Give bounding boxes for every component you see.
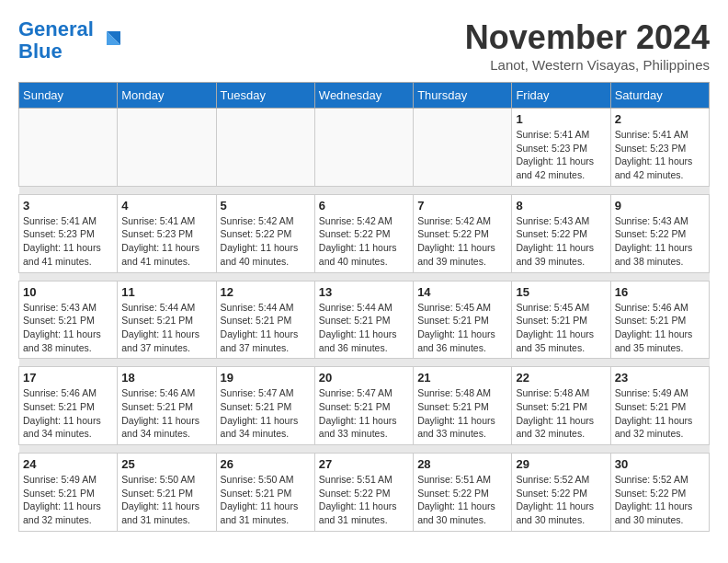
day-info: Sunrise: 5:46 AM Sunset: 5:21 PM Dayligh… (615, 301, 705, 355)
calendar-table: SundayMondayTuesdayWednesdayThursdayFrid… (18, 82, 710, 532)
day-info: Sunrise: 5:41 AM Sunset: 5:23 PM Dayligh… (516, 128, 606, 182)
logo: General Blue (18, 18, 125, 63)
calendar-cell: 23Sunrise: 5:49 AM Sunset: 5:21 PM Dayli… (610, 367, 709, 445)
day-info: Sunrise: 5:42 AM Sunset: 5:22 PM Dayligh… (319, 214, 409, 269)
calendar-cell: 14Sunrise: 5:45 AM Sunset: 5:21 PM Dayli… (414, 281, 512, 359)
calendar-cell: 30Sunrise: 5:52 AM Sunset: 5:22 PM Dayli… (610, 454, 709, 532)
logo-line1: General (18, 17, 94, 40)
calendar-cell (314, 109, 413, 187)
day-info: Sunrise: 5:45 AM Sunset: 5:21 PM Dayligh… (516, 301, 606, 355)
calendar-cell: 2Sunrise: 5:41 AM Sunset: 5:23 PM Daylig… (610, 109, 709, 187)
day-info: Sunrise: 5:52 AM Sunset: 5:22 PM Dayligh… (615, 473, 705, 527)
day-info: Sunrise: 5:46 AM Sunset: 5:21 PM Dayligh… (121, 386, 211, 441)
calendar-cell (118, 109, 216, 187)
row-spacer (19, 186, 710, 194)
day-info: Sunrise: 5:47 AM Sunset: 5:21 PM Dayligh… (221, 386, 311, 441)
calendar-body: 1Sunrise: 5:41 AM Sunset: 5:23 PM Daylig… (19, 109, 710, 532)
day-info: Sunrise: 5:49 AM Sunset: 5:21 PM Dayligh… (615, 386, 705, 441)
day-number: 20 (319, 371, 409, 385)
day-info: Sunrise: 5:41 AM Sunset: 5:23 PM Dayligh… (23, 214, 113, 269)
day-info: Sunrise: 5:47 AM Sunset: 5:21 PM Dayligh… (319, 386, 409, 441)
calendar-cell (414, 109, 512, 187)
calendar-week-row: 3Sunrise: 5:41 AM Sunset: 5:23 PM Daylig… (19, 194, 710, 272)
weekday-header-row: SundayMondayTuesdayWednesdayThursdayFrid… (19, 83, 710, 109)
weekday-header-cell: Thursday (414, 83, 512, 109)
weekday-header-cell: Sunday (19, 83, 118, 109)
weekday-header-cell: Friday (512, 83, 610, 109)
row-spacer (19, 272, 710, 281)
calendar-cell: 18Sunrise: 5:46 AM Sunset: 5:21 PM Dayli… (118, 367, 216, 445)
day-number: 2 (615, 112, 705, 126)
calendar-cell: 28Sunrise: 5:51 AM Sunset: 5:22 PM Dayli… (414, 454, 512, 532)
calendar-cell: 20Sunrise: 5:47 AM Sunset: 5:21 PM Dayli… (314, 367, 413, 445)
calendar-cell: 8Sunrise: 5:43 AM Sunset: 5:22 PM Daylig… (512, 194, 610, 272)
calendar-cell (216, 109, 314, 187)
weekday-header-cell: Wednesday (314, 83, 413, 109)
calendar-cell: 25Sunrise: 5:50 AM Sunset: 5:21 PM Dayli… (118, 454, 216, 532)
day-number: 10 (23, 285, 113, 299)
day-info: Sunrise: 5:43 AM Sunset: 5:21 PM Dayligh… (23, 301, 113, 355)
day-number: 6 (319, 199, 409, 213)
calendar-week-row: 1Sunrise: 5:41 AM Sunset: 5:23 PM Daylig… (19, 109, 710, 187)
calendar-cell: 7Sunrise: 5:42 AM Sunset: 5:22 PM Daylig… (414, 194, 512, 272)
title-area: November 2024 Lanot, Western Visayas, Ph… (465, 18, 710, 73)
calendar-cell: 22Sunrise: 5:48 AM Sunset: 5:21 PM Dayli… (512, 367, 610, 445)
day-info: Sunrise: 5:42 AM Sunset: 5:22 PM Dayligh… (417, 214, 507, 269)
calendar-cell: 12Sunrise: 5:44 AM Sunset: 5:21 PM Dayli… (216, 281, 314, 359)
day-number: 9 (615, 199, 705, 213)
logo-line2: Blue (18, 40, 63, 63)
weekday-header-cell: Monday (118, 83, 216, 109)
day-number: 27 (319, 457, 409, 471)
day-info: Sunrise: 5:44 AM Sunset: 5:21 PM Dayligh… (121, 301, 211, 355)
calendar-cell: 17Sunrise: 5:46 AM Sunset: 5:21 PM Dayli… (19, 367, 118, 445)
day-info: Sunrise: 5:48 AM Sunset: 5:21 PM Dayligh… (417, 386, 507, 441)
day-info: Sunrise: 5:41 AM Sunset: 5:23 PM Dayligh… (121, 214, 211, 269)
day-number: 1 (516, 112, 606, 126)
day-number: 13 (319, 285, 409, 299)
day-number: 23 (615, 371, 705, 385)
row-spacer (19, 445, 710, 454)
row-spacer (19, 359, 710, 367)
day-number: 8 (516, 199, 606, 213)
day-number: 4 (121, 199, 211, 213)
calendar-cell: 26Sunrise: 5:50 AM Sunset: 5:21 PM Dayli… (216, 454, 314, 532)
day-number: 21 (417, 371, 507, 385)
calendar-week-row: 10Sunrise: 5:43 AM Sunset: 5:21 PM Dayli… (19, 281, 710, 359)
day-info: Sunrise: 5:52 AM Sunset: 5:22 PM Dayligh… (516, 473, 606, 527)
calendar-cell: 29Sunrise: 5:52 AM Sunset: 5:22 PM Dayli… (512, 454, 610, 532)
calendar-cell: 9Sunrise: 5:43 AM Sunset: 5:22 PM Daylig… (610, 194, 709, 272)
day-info: Sunrise: 5:43 AM Sunset: 5:22 PM Dayligh… (516, 214, 606, 269)
day-number: 17 (23, 371, 113, 385)
calendar-cell: 24Sunrise: 5:49 AM Sunset: 5:21 PM Dayli… (19, 454, 118, 532)
calendar-cell: 19Sunrise: 5:47 AM Sunset: 5:21 PM Dayli… (216, 367, 314, 445)
calendar-cell: 4Sunrise: 5:41 AM Sunset: 5:23 PM Daylig… (118, 194, 216, 272)
calendar-week-row: 17Sunrise: 5:46 AM Sunset: 5:21 PM Dayli… (19, 367, 710, 445)
month-title: November 2024 (465, 18, 710, 57)
day-number: 26 (221, 457, 311, 471)
calendar-cell: 10Sunrise: 5:43 AM Sunset: 5:21 PM Dayli… (19, 281, 118, 359)
day-info: Sunrise: 5:45 AM Sunset: 5:21 PM Dayligh… (417, 301, 507, 355)
day-info: Sunrise: 5:50 AM Sunset: 5:21 PM Dayligh… (221, 473, 311, 527)
day-info: Sunrise: 5:42 AM Sunset: 5:22 PM Dayligh… (221, 214, 311, 269)
weekday-header-cell: Tuesday (216, 83, 314, 109)
day-number: 14 (417, 285, 507, 299)
day-number: 25 (121, 457, 211, 471)
day-info: Sunrise: 5:50 AM Sunset: 5:21 PM Dayligh… (121, 473, 211, 527)
calendar-week-row: 24Sunrise: 5:49 AM Sunset: 5:21 PM Dayli… (19, 454, 710, 532)
calendar-cell: 13Sunrise: 5:44 AM Sunset: 5:21 PM Dayli… (314, 281, 413, 359)
day-info: Sunrise: 5:43 AM Sunset: 5:22 PM Dayligh… (615, 214, 705, 269)
weekday-header-cell: Saturday (610, 83, 709, 109)
day-info: Sunrise: 5:51 AM Sunset: 5:22 PM Dayligh… (319, 473, 409, 527)
calendar-cell: 11Sunrise: 5:44 AM Sunset: 5:21 PM Dayli… (118, 281, 216, 359)
day-info: Sunrise: 5:41 AM Sunset: 5:23 PM Dayligh… (615, 128, 705, 182)
calendar-cell: 3Sunrise: 5:41 AM Sunset: 5:23 PM Daylig… (19, 194, 118, 272)
logo-text: General Blue (18, 18, 94, 63)
calendar-cell (19, 109, 118, 187)
day-number: 30 (615, 457, 705, 471)
calendar-cell: 5Sunrise: 5:42 AM Sunset: 5:22 PM Daylig… (216, 194, 314, 272)
calendar-cell: 27Sunrise: 5:51 AM Sunset: 5:22 PM Dayli… (314, 454, 413, 532)
day-info: Sunrise: 5:49 AM Sunset: 5:21 PM Dayligh… (23, 473, 113, 527)
day-number: 11 (121, 285, 211, 299)
calendar-cell: 21Sunrise: 5:48 AM Sunset: 5:21 PM Dayli… (414, 367, 512, 445)
day-info: Sunrise: 5:44 AM Sunset: 5:21 PM Dayligh… (319, 301, 409, 355)
